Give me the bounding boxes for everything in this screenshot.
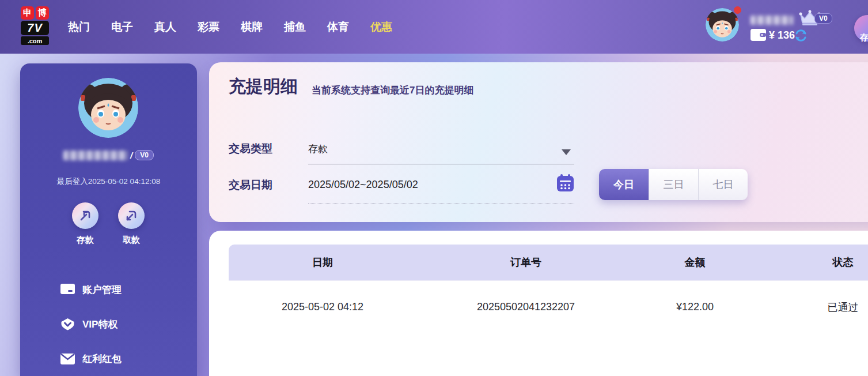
deposit-label: 存款 bbox=[62, 235, 108, 246]
header-status: 状态 bbox=[755, 245, 868, 280]
avatar-image bbox=[706, 8, 739, 42]
cell-order-no: 20250502041232207 bbox=[416, 281, 635, 333]
main-nav: 热门 电子 真人 彩票 棋牌 捕鱼 体育 优惠 bbox=[68, 0, 392, 54]
balance-amount: ¥ 136 bbox=[769, 29, 795, 42]
sidebar-item-account[interactable]: 账户管理 bbox=[20, 272, 197, 307]
range-button-today[interactable]: 今日 bbox=[599, 169, 649, 200]
filter-panel: 充提明细 当前系统支持查询最近7日的充提明细 交易类型 存款 交易日期 2025… bbox=[209, 62, 868, 222]
logo-tile-2: 博 bbox=[36, 6, 49, 20]
menu-label: 账户管理 bbox=[82, 283, 122, 296]
username-blurred bbox=[63, 151, 128, 160]
avatar-image bbox=[78, 78, 138, 138]
deposit-icon bbox=[72, 202, 98, 229]
transaction-date-label: 交易日期 bbox=[229, 178, 272, 193]
cell-date: 2025-05-02 04:12 bbox=[229, 281, 416, 333]
nav-item-lottery[interactable]: 彩票 bbox=[198, 20, 219, 35]
sidebar-panel: / V0 最后登入2025-05-02 04:12:08 存款 bbox=[20, 63, 197, 376]
username-blurred bbox=[751, 16, 793, 25]
vip-shield-icon bbox=[60, 318, 75, 330]
sidebar-item-bonus[interactable]: 红利红包 bbox=[20, 341, 197, 376]
cell-amount: ¥122.00 bbox=[635, 281, 755, 333]
sidebar-avatar[interactable] bbox=[78, 78, 138, 138]
header-order-no: 订单号 bbox=[416, 245, 635, 280]
calendar-icon[interactable] bbox=[556, 174, 574, 192]
nav-item-promo[interactable]: 优惠 bbox=[370, 20, 392, 35]
cell-status: 已通过 bbox=[755, 281, 868, 333]
user-avatar[interactable] bbox=[706, 8, 739, 42]
logo-com: .com bbox=[21, 36, 49, 45]
deposit-button[interactable]: 存款 bbox=[62, 202, 108, 246]
top-navbar: 申 博 7V .com 热门 电子 真人 彩票 棋牌 捕鱼 体育 优惠 bbox=[0, 0, 868, 54]
menu-label: VIP特权 bbox=[82, 318, 117, 331]
nav-item-hot[interactable]: 热门 bbox=[68, 20, 90, 35]
nav-item-cards[interactable]: 棋牌 bbox=[241, 20, 263, 35]
envelope-icon bbox=[60, 354, 75, 364]
chevron-down-icon[interactable] bbox=[562, 149, 571, 155]
vip-level-badge: V0 bbox=[814, 13, 832, 24]
page-title: 充提明细 bbox=[229, 75, 298, 99]
sidebar-username-row: / V0 bbox=[20, 150, 197, 160]
last-login-text: 最后登入2025-05-02 04:12:08 bbox=[20, 176, 197, 187]
name-vip-divider: / bbox=[130, 151, 132, 160]
menu-label: 红利红包 bbox=[82, 352, 122, 366]
wallet-icon bbox=[751, 29, 766, 41]
card-icon bbox=[60, 284, 75, 295]
page-subtitle: 当前系统支持查询最近7日的充提明细 bbox=[312, 84, 473, 97]
nav-item-live[interactable]: 真人 bbox=[154, 20, 176, 35]
date-range-buttons: 今日 三日 七日 bbox=[599, 169, 748, 200]
table-row[interactable]: 2025-05-02 04:12 20250502041232207 ¥122.… bbox=[229, 280, 868, 333]
nav-item-fishing[interactable]: 捕鱼 bbox=[284, 20, 306, 35]
sidebar-menu: 账户管理 VIP特权 红利红包 bbox=[20, 272, 197, 376]
withdraw-label: 取款 bbox=[108, 235, 154, 246]
logo-tile-1: 申 bbox=[21, 6, 34, 20]
date-field-underline bbox=[308, 203, 574, 204]
withdraw-button[interactable]: 取款 bbox=[108, 202, 154, 246]
vip-level-badge: V0 bbox=[135, 150, 154, 160]
refresh-balance-icon[interactable] bbox=[794, 29, 808, 42]
records-panel: 日期 订单号 金额 状态 2025-05-02 04:12 2025050204… bbox=[209, 231, 868, 376]
type-field-underline bbox=[308, 164, 574, 164]
transaction-type-value[interactable]: 存款 bbox=[308, 142, 328, 156]
floating-deposit-label: 存 bbox=[860, 32, 868, 43]
nav-item-sports[interactable]: 体育 bbox=[327, 20, 349, 35]
sidebar-item-vip[interactable]: VIP特权 bbox=[20, 307, 197, 341]
logo-7v: 7V bbox=[21, 21, 49, 35]
range-button-7days[interactable]: 七日 bbox=[698, 169, 748, 200]
brand-logo[interactable]: 申 博 7V .com bbox=[21, 6, 50, 45]
range-button-3days[interactable]: 三日 bbox=[649, 169, 698, 200]
nav-item-slots[interactable]: 电子 bbox=[111, 20, 133, 35]
notification-dot bbox=[734, 6, 741, 14]
table-header: 日期 订单号 金额 状态 bbox=[229, 245, 868, 280]
withdraw-icon bbox=[118, 202, 145, 229]
transaction-type-label: 交易类型 bbox=[229, 141, 272, 156]
header-amount: 金额 bbox=[635, 245, 755, 280]
transaction-date-value[interactable]: 2025/05/02~2025/05/02 bbox=[308, 179, 418, 191]
header-date: 日期 bbox=[229, 245, 416, 280]
